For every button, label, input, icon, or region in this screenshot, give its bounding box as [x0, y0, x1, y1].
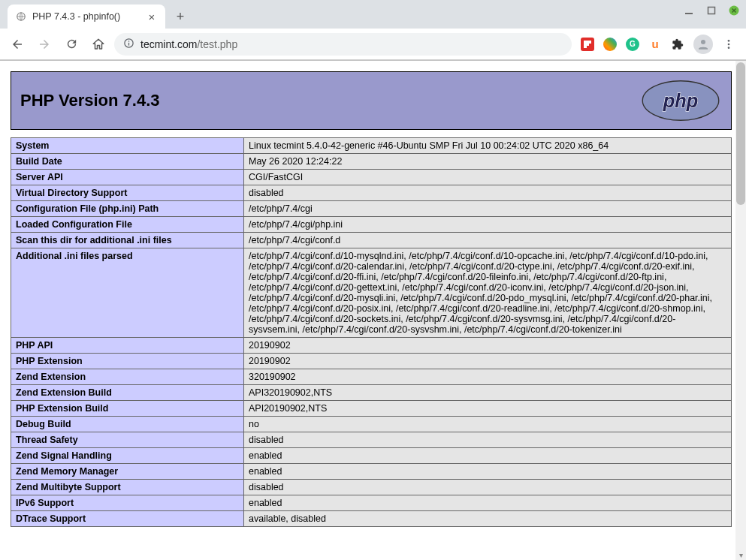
forward-button[interactable]: [33, 33, 56, 56]
browser-tab[interactable]: PHP 7.4.3 - phpinfo() ×: [8, 5, 165, 29]
info-label: Zend Extension Build: [11, 385, 244, 401]
info-value: no: [244, 417, 732, 432]
info-label: Virtual Directory Support: [11, 185, 244, 201]
new-tab-button[interactable]: +: [170, 6, 191, 27]
table-row: DTrace Supportavailable, disabled: [11, 511, 732, 527]
plus-icon: +: [177, 9, 185, 25]
table-row: SystemLinux tecmint 5.4.0-42-generic #46…: [11, 138, 732, 154]
svg-point-5: [128, 41, 130, 42]
table-row: Zend Extension BuildAPI320190902,NTS: [11, 385, 732, 401]
info-value: Linux tecmint 5.4.0-42-generic #46-Ubunt…: [244, 138, 732, 154]
svg-rect-6: [128, 42, 129, 45]
table-row: PHP API20190902: [11, 338, 732, 354]
info-label: Configuration File (php.ini) Path: [11, 201, 244, 217]
url-path: /test.php: [197, 38, 237, 50]
info-value: API320190902,NTS: [244, 385, 732, 401]
table-row: Zend Extension320190902: [11, 369, 732, 385]
extension-colorful-icon[interactable]: [603, 38, 617, 51]
info-value: /etc/php/7.4/cgi/conf.d: [244, 233, 732, 248]
scrollbar-track[interactable]: ▾: [735, 61, 746, 560]
info-label: Zend Multibyte Support: [11, 480, 244, 495]
scrollbar-down-icon[interactable]: ▾: [735, 549, 746, 560]
table-row: Additional .ini files parsed/etc/php/7.4…: [11, 248, 732, 338]
table-row: Thread Safetydisabled: [11, 432, 732, 448]
info-label: PHP Extension Build: [11, 401, 244, 417]
table-row: PHP Extension BuildAPI20190902,NTS: [11, 401, 732, 417]
table-row: PHP Extension20190902: [11, 354, 732, 369]
table-row: IPv6 Supportenabled: [11, 495, 732, 511]
table-row: Loaded Configuration File/etc/php/7.4/cg…: [11, 217, 732, 233]
info-label: Build Date: [11, 154, 244, 170]
info-label: Scan this dir for additional .ini files: [11, 233, 244, 248]
info-value: disabled: [244, 185, 732, 201]
info-label: Server API: [11, 170, 244, 185]
window-close-icon[interactable]: [728, 5, 740, 17]
info-label: PHP API: [11, 338, 244, 354]
info-value: API20190902,NTS: [244, 401, 732, 417]
toolbar: tecmint.com/test.php G u: [0, 29, 746, 60]
tab-bar: PHP 7.4.3 - phpinfo() × +: [0, 0, 746, 29]
extension-flipboard-icon[interactable]: [581, 38, 594, 51]
svg-rect-8: [584, 41, 587, 48]
info-label: Debug Build: [11, 417, 244, 432]
info-label: Thread Safety: [11, 432, 244, 448]
table-row: Scan this dir for additional .ini files/…: [11, 233, 732, 248]
info-value: 20190902: [244, 354, 732, 369]
info-label: Zend Extension: [11, 369, 244, 385]
browser-menu-button[interactable]: [717, 33, 740, 56]
url-host: tecmint.com: [140, 38, 197, 50]
info-value: disabled: [244, 480, 732, 495]
info-label: DTrace Support: [11, 511, 244, 527]
info-value: CGI/FastCGI: [244, 170, 732, 185]
table-row: Virtual Directory Supportdisabled: [11, 185, 732, 201]
svg-rect-0: [685, 13, 693, 14]
svg-point-13: [728, 43, 730, 45]
page-content: PHP Version 7.4.3 php SystemLinux tecmin…: [0, 61, 735, 560]
scrollbar-thumb[interactable]: [736, 62, 745, 205]
info-value: May 26 2020 12:24:22: [244, 154, 732, 170]
svg-point-14: [728, 47, 730, 49]
info-value: available, disabled: [244, 511, 732, 527]
window-maximize-icon[interactable]: [705, 5, 717, 17]
profile-avatar-icon[interactable]: [693, 35, 713, 54]
address-bar[interactable]: tecmint.com/test.php: [114, 33, 572, 56]
table-row: Zend Memory Managerenabled: [11, 464, 732, 480]
table-row: Zend Multibyte Supportdisabled: [11, 480, 732, 495]
info-value: /etc/php/7.4/cgi: [244, 201, 732, 217]
viewport: PHP Version 7.4.3 php SystemLinux tecmin…: [0, 61, 746, 560]
table-row: Debug Buildno: [11, 417, 732, 432]
phpinfo-header: PHP Version 7.4.3 php: [11, 71, 732, 130]
window-minimize-icon[interactable]: [683, 5, 695, 17]
url-text: tecmint.com/test.php: [140, 38, 563, 50]
info-value: 320190902: [244, 369, 732, 385]
svg-text:php: php: [663, 90, 698, 111]
tab-close-button[interactable]: ×: [146, 11, 158, 23]
extension-ublock-icon[interactable]: u: [648, 38, 662, 51]
info-label: System: [11, 138, 244, 154]
info-label: PHP Extension: [11, 354, 244, 369]
page-title: PHP Version 7.4.3: [20, 91, 159, 110]
table-row: Build DateMay 26 2020 12:24:22: [11, 154, 732, 170]
svg-rect-9: [587, 41, 591, 44]
back-button[interactable]: [6, 33, 29, 56]
phpinfo-table: SystemLinux tecmint 5.4.0-42-generic #46…: [11, 137, 732, 527]
info-label: Loaded Configuration File: [11, 217, 244, 233]
reload-button[interactable]: [60, 33, 83, 56]
info-value: enabled: [244, 495, 732, 511]
info-value: /etc/php/7.4/cgi/conf.d/10-mysqlnd.ini, …: [244, 248, 732, 338]
info-label: Zend Signal Handling: [11, 448, 244, 464]
home-button[interactable]: [87, 33, 110, 56]
info-value: enabled: [244, 464, 732, 480]
info-label: Zend Memory Manager: [11, 464, 244, 480]
extensions-menu-icon[interactable]: [671, 38, 684, 51]
table-row: Server APICGI/FastCGI: [11, 170, 732, 185]
svg-point-11: [701, 40, 705, 44]
info-label: IPv6 Support: [11, 495, 244, 511]
info-label: Additional .ini files parsed: [11, 248, 244, 338]
info-value: disabled: [244, 432, 732, 448]
info-value: 20190902: [244, 338, 732, 354]
site-info-icon[interactable]: [123, 38, 134, 51]
extension-grammarly-icon[interactable]: G: [626, 38, 639, 51]
svg-rect-1: [708, 8, 715, 14]
php-logo-icon: php: [639, 79, 722, 122]
